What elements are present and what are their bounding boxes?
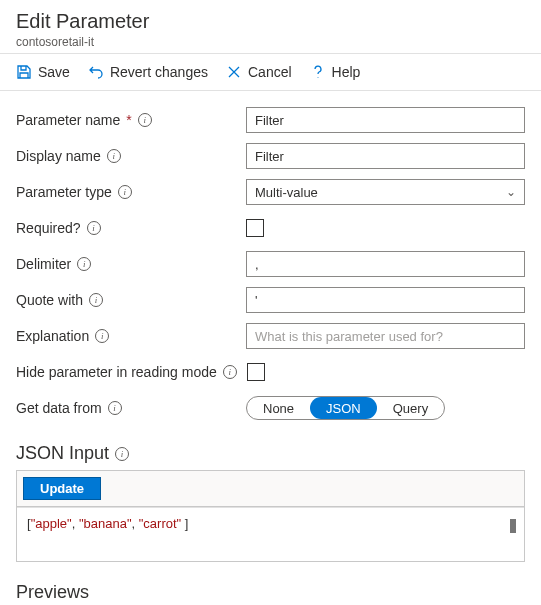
previews-title: Previews [0, 572, 541, 605]
get-data-label: Get data from [16, 400, 102, 416]
param-name-label: Parameter name [16, 112, 120, 128]
hide-reading-checkbox[interactable] [247, 363, 265, 381]
json-editor[interactable]: ["apple", "banana", "carrot" ] [17, 507, 524, 561]
revert-button[interactable]: Revert changes [88, 64, 208, 80]
undo-icon [88, 64, 104, 80]
explanation-input[interactable] [246, 323, 525, 349]
chevron-down-icon: ⌄ [506, 185, 516, 199]
json-input-title: JSON Input i [0, 433, 541, 470]
save-button[interactable]: Save [16, 64, 70, 80]
info-icon[interactable]: i [115, 447, 129, 461]
param-type-select[interactable]: Multi-value ⌄ [246, 179, 525, 205]
header: Edit Parameter contosoretail-it [0, 0, 541, 54]
subtitle: contosoretail-it [16, 35, 525, 49]
quote-with-label: Quote with [16, 292, 83, 308]
form: Parameter name * i Display name i Parame… [0, 91, 541, 433]
help-button[interactable]: Help [310, 64, 361, 80]
info-icon[interactable]: i [107, 149, 121, 163]
display-name-input[interactable] [246, 143, 525, 169]
param-type-label: Parameter type [16, 184, 112, 200]
required-checkbox[interactable] [246, 219, 264, 237]
info-icon[interactable]: i [89, 293, 103, 307]
display-name-label: Display name [16, 148, 101, 164]
json-input-box: Update ["apple", "banana", "carrot" ] [16, 470, 525, 562]
quote-with-input[interactable] [246, 287, 525, 313]
toolbar: Save Revert changes Cancel Help [0, 54, 541, 91]
info-icon[interactable]: i [138, 113, 152, 127]
info-icon[interactable]: i [108, 401, 122, 415]
param-name-input[interactable] [246, 107, 525, 133]
page-title: Edit Parameter [16, 10, 525, 33]
close-icon [226, 64, 242, 80]
info-icon[interactable]: i [95, 329, 109, 343]
seg-query[interactable]: Query [377, 397, 444, 419]
hide-reading-label: Hide parameter in reading mode [16, 364, 217, 380]
cursor-indicator [510, 519, 516, 533]
required-label: Required? [16, 220, 81, 236]
explanation-label: Explanation [16, 328, 89, 344]
cancel-button[interactable]: Cancel [226, 64, 292, 80]
delimiter-label: Delimiter [16, 256, 71, 272]
info-icon[interactable]: i [223, 365, 237, 379]
get-data-segment: None JSON Query [246, 396, 445, 420]
info-icon[interactable]: i [118, 185, 132, 199]
info-icon[interactable]: i [87, 221, 101, 235]
update-button[interactable]: Update [23, 477, 101, 500]
required-asterisk: * [126, 112, 131, 128]
help-icon [310, 64, 326, 80]
info-icon[interactable]: i [77, 257, 91, 271]
save-icon [16, 64, 32, 80]
delimiter-input[interactable] [246, 251, 525, 277]
seg-json[interactable]: JSON [310, 397, 377, 419]
seg-none[interactable]: None [247, 397, 310, 419]
